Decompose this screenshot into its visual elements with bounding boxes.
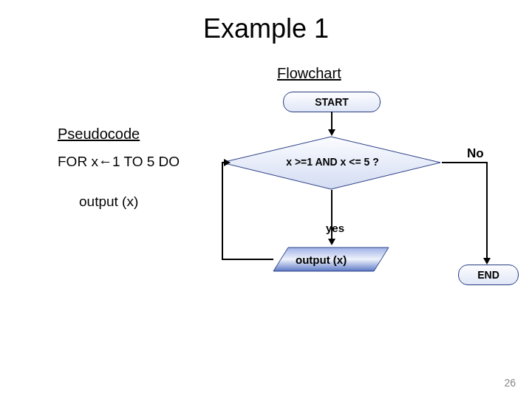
flow-start-node: START: [283, 92, 381, 112]
page-number: 26: [504, 377, 516, 389]
edge-label-yes: yes: [326, 222, 344, 234]
slide: Example 1 Flowchart Pseudocode FOR x←1 T…: [0, 0, 532, 399]
flow-end-label: END: [477, 269, 499, 281]
edge-label-no: No: [467, 146, 484, 161]
pseudocode-heading: Pseudocode: [58, 126, 140, 143]
slide-title: Example 1: [0, 13, 532, 44]
pseudocode-line-1: FOR x←1 TO 5 DO: [58, 154, 180, 170]
flow-decision-label: x >=1 AND x <= 5 ?: [244, 156, 421, 168]
flowchart-heading: Flowchart: [277, 65, 341, 82]
pseudocode-line-2: output (x): [79, 194, 138, 210]
flow-start-label: START: [315, 96, 349, 108]
flow-end-node: END: [458, 265, 519, 285]
flow-output-label: output (x): [296, 253, 347, 266]
